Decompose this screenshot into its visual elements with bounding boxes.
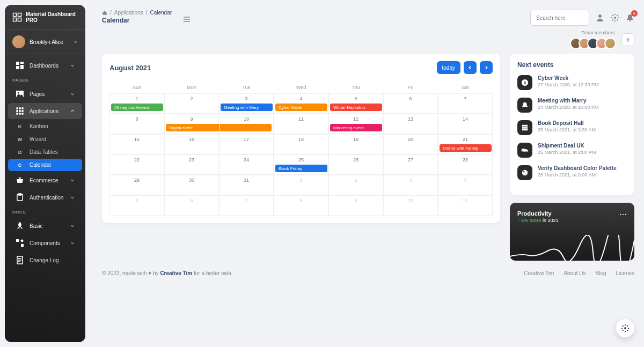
calendar-cell[interactable]: 6	[383, 93, 438, 114]
nav-basic[interactable]: Basic	[8, 218, 82, 234]
calendar-cell[interactable]: 24	[219, 154, 274, 175]
calendar-event[interactable]: Dinner with Family	[440, 144, 492, 152]
bell-icon[interactable]: 9	[626, 13, 634, 22]
calendar-cell[interactable]: 16	[164, 134, 219, 154]
breadcrumb-applications[interactable]: Applications	[114, 10, 143, 16]
calendar-cell[interactable]: 11	[274, 114, 328, 134]
calendar-cell[interactable]: 9	[328, 195, 383, 216]
calendar-cell[interactable]: 19	[328, 134, 383, 154]
calendar-cell[interactable]: 7	[219, 195, 274, 216]
calendar-cell[interactable]: 26	[328, 154, 383, 175]
footer-link[interactable]: Blog	[596, 270, 606, 276]
subnav-label: Calendar	[30, 162, 52, 168]
calendar-cell[interactable]: 18	[274, 134, 328, 154]
calendar-cell[interactable]: 2	[164, 93, 219, 114]
footer-link[interactable]: License	[616, 270, 634, 276]
event-icon	[517, 165, 532, 180]
calendar-cell[interactable]: 7	[438, 93, 493, 114]
calendar-cell[interactable]: 21Dinner with Family	[438, 134, 493, 154]
calendar-cell[interactable]: 1	[274, 175, 328, 195]
calendar-event[interactable]: Black Friday	[275, 165, 327, 172]
team-avatar[interactable]	[604, 38, 616, 49]
prev-button[interactable]	[464, 61, 477, 74]
calendar-cell[interactable]: 11	[438, 195, 493, 216]
nav-components[interactable]: Components	[8, 235, 82, 251]
day-number: 17	[219, 135, 273, 142]
calendar-cell[interactable]: 14	[438, 114, 493, 134]
today-button[interactable]: today	[437, 61, 460, 74]
widgets-icon	[16, 239, 24, 247]
footer-link[interactable]: About Us	[564, 270, 586, 276]
event-row[interactable]: Book Deposit Hall25 March 2021, at 9:30 …	[517, 120, 627, 135]
add-member-button[interactable]: +	[621, 33, 634, 46]
calendar-cell[interactable]: 29	[109, 175, 164, 195]
nav-applications[interactable]: Applications	[8, 103, 82, 119]
nav-dashboards[interactable]: Dashboards	[8, 57, 82, 73]
calendar-cell[interactable]: 3Meeting with Mary	[219, 93, 274, 114]
calendar-event[interactable]: Cyber Week	[275, 104, 327, 111]
home-icon[interactable]	[102, 10, 107, 16]
calendar-cell[interactable]: 27	[383, 154, 438, 175]
calendar-cell[interactable]: 9Digital event	[164, 114, 219, 134]
calendar-cell[interactable]: 25Black Friday	[274, 154, 328, 175]
calendar-cell[interactable]: 3	[383, 175, 438, 195]
search-input[interactable]	[530, 10, 589, 26]
nav-ecommerce[interactable]: Ecommerce	[8, 172, 82, 188]
calendar-cell[interactable]: 17	[219, 134, 274, 154]
event-name: Shipment Deal UK	[538, 143, 627, 149]
calendar-event[interactable]: Winter Hackaton	[330, 104, 382, 111]
next-button[interactable]	[480, 61, 493, 74]
calendar-cell[interactable]: 23	[164, 154, 219, 175]
calendar-cell[interactable]: 28	[438, 154, 493, 175]
event-row[interactable]: Meeting with Marry24 March 2020, at 10:0…	[517, 98, 627, 113]
nav-changelog[interactable]: Change Log	[8, 252, 82, 268]
calendar-cell[interactable]: 2	[328, 175, 383, 195]
calendar-cell[interactable]: 20	[383, 134, 438, 154]
calendar-cell[interactable]: 5Winter Hackaton	[328, 93, 383, 114]
svg-point-17	[19, 113, 21, 115]
gear-icon[interactable]	[611, 13, 619, 22]
svg-rect-4	[16, 62, 19, 65]
event-row[interactable]: Verify Dashboard Color Palette26 March 2…	[517, 165, 627, 180]
day-number: 2	[329, 175, 383, 183]
footer-link[interactable]: Creative Tim	[524, 270, 554, 276]
calendar-cell[interactable]: 30	[164, 175, 219, 195]
nav-authentication[interactable]: Authentication	[8, 189, 82, 205]
calendar-cell[interactable]: 1All day conference	[109, 93, 164, 114]
svg-rect-37	[522, 149, 525, 151]
day-number: 3	[384, 175, 437, 183]
settings-fab[interactable]	[616, 319, 634, 337]
calendar-event[interactable]: All day conference	[111, 104, 163, 111]
event-row[interactable]: $Cyber Week27 March 2020, at 12:30 PM	[517, 75, 627, 90]
user-row[interactable]: Brooklyn Alice	[5, 30, 85, 54]
chevron-down-icon	[70, 224, 75, 228]
calendar-cell[interactable]: 22	[109, 154, 164, 175]
calendar-cell[interactable]: 6	[164, 195, 219, 216]
subnav-kanban[interactable]: K Kanban	[8, 120, 82, 132]
svg-rect-2	[13, 18, 17, 21]
calendar-event[interactable]: Marketing event	[330, 124, 382, 131]
calendar-cell[interactable]: 10	[219, 114, 274, 134]
calendar-cell[interactable]: 15	[109, 134, 164, 154]
more-icon[interactable]: ⋯	[619, 210, 627, 219]
calendar-cell[interactable]: 12Marketing event	[328, 114, 383, 134]
menu-toggle-icon[interactable]	[182, 15, 191, 24]
calendar-cell[interactable]: 13	[383, 114, 438, 134]
footer-author[interactable]: Creative Tim	[160, 270, 192, 276]
subnav-wizard[interactable]: W Wizard	[8, 133, 82, 145]
calendar-cell[interactable]: 5	[109, 195, 164, 216]
nav-pages[interactable]: Pages	[8, 86, 82, 102]
calendar-cell[interactable]: 10	[383, 195, 438, 216]
calendar-cell[interactable]: 8	[274, 195, 328, 216]
subnav-calendar[interactable]: C Calendar	[8, 159, 82, 171]
calendar-event[interactable]: Meeting with Mary	[221, 104, 273, 111]
account-icon[interactable]	[596, 13, 604, 22]
event-row[interactable]: Shipment Deal UK25 March 2021, at 2:00 P…	[517, 143, 627, 158]
calendar-cell[interactable]: 4Cyber Week	[274, 93, 328, 114]
calendar-cell[interactable]: 8	[109, 114, 164, 134]
calendar-cell[interactable]: 4	[438, 175, 493, 195]
calendar-cell[interactable]: 31	[219, 175, 274, 195]
subnav-data-tables[interactable]: D Data Tables	[8, 146, 82, 158]
team-avatars	[573, 38, 616, 49]
day-number: 8	[110, 114, 164, 122]
